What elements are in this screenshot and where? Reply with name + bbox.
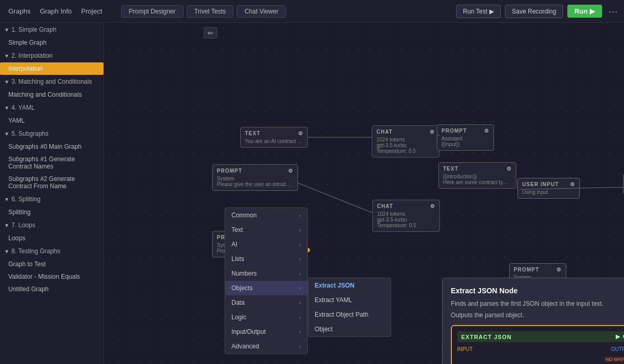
context-menu: Common › Text › AI › Lists › Numbers › O…	[225, 207, 308, 354]
menu-item-ai[interactable]: AI ›	[225, 237, 307, 252]
node-prompt-top[interactable]: PROMPT⚙ Assistant{{input}}	[437, 124, 494, 151]
submenu-item-extract-json[interactable]: Extract JSON	[308, 278, 391, 293]
sidebar-item-subgraph2[interactable]: Subgraphs #2 Generate Contract From Name	[0, 173, 103, 192]
sidebar-group-matching[interactable]: ▼ 3. Matching and Conditionals	[0, 75, 103, 88]
chevron-right-icon: ›	[300, 242, 301, 248]
menu-item-numbers[interactable]: Numbers ›	[225, 266, 307, 281]
preview-title-bar: EXTRACT JSON ▶ ⚙	[457, 331, 624, 342]
group-arrow-5: ▼	[4, 131, 9, 137]
sidebar-item-loops[interactable]: Loops	[0, 232, 103, 244]
input-port-label: INPUT	[457, 346, 473, 352]
sidebar-item-graph-to-test[interactable]: Graph to Test	[0, 258, 103, 270]
sidebar-item-interpolation[interactable]: Interpolation	[0, 62, 103, 75]
sidebar-group-testing[interactable]: ▼ 8. Testing Graphs	[0, 244, 103, 258]
menu-item-input-output[interactable]: Input/Output ›	[225, 324, 307, 339]
topbar-nav: Graphs Graph Info Project	[4, 5, 107, 17]
group-arrow-8: ▼	[4, 249, 9, 254]
preview-ports: INPUT OUTPUT	[457, 346, 624, 352]
tooltip-title: Extract JSON Node	[451, 287, 624, 295]
sidebar-group-simple-graph[interactable]: ▼ 1. Simple Graph	[0, 23, 103, 36]
nav-graph-info[interactable]: Graph Info	[36, 5, 76, 17]
main-area: ▼ 1. Simple Graph Simple Graph ▼ 2. Inte…	[0, 23, 624, 364]
group-arrow-1: ▼	[4, 27, 9, 33]
sidebar-item-yaml[interactable]: YAML	[0, 114, 103, 127]
topbar-right: Run Test ▶ Save Recording Run ▶ ⋯	[456, 4, 620, 19]
group-arrow-7: ▼	[4, 223, 9, 228]
tooltip-extract-json: Extract JSON Node Finds and parses the f…	[442, 278, 624, 364]
sidebar-item-simple-graph[interactable]: Simple Graph	[0, 36, 103, 49]
group-arrow-6: ▼	[4, 197, 9, 202]
no-match-badge: NO MATCH	[604, 356, 624, 362]
submenu-item-extract-object-path[interactable]: Extract Object Path	[308, 307, 391, 322]
group-arrow-4: ▼	[4, 105, 9, 111]
group-arrow-3: ▼	[4, 79, 9, 85]
sidebar-item-subgraph1[interactable]: Subgraphs #1 Generate Contract Names	[0, 153, 103, 173]
play-icon: ▶	[489, 8, 494, 15]
run-test-button[interactable]: Run Test ▶	[456, 5, 501, 18]
sidebar-group-yaml[interactable]: ▼ 4. YAML	[0, 101, 103, 114]
more-options-button[interactable]: ⋯	[606, 4, 620, 19]
tooltip-desc2: Outputs the parsed object.	[451, 310, 624, 320]
menu-item-common[interactable]: Common ›	[225, 208, 307, 223]
node-chat-mid[interactable]: CHAT⚙ 1024 tokensgpt-3.5-turboTemperatur…	[372, 200, 440, 232]
menu-item-objects[interactable]: Objects ›	[225, 281, 307, 295]
menu-item-text[interactable]: Text ›	[225, 223, 307, 237]
topbar-tabs: Prompt Designer Trivet Tests Chat Viewer	[121, 5, 287, 18]
sidebar-group-loops[interactable]: ▼ 7. Loops	[0, 218, 103, 232]
sidebar-item-subgraph0[interactable]: Subgraphs #0 Main Graph	[0, 140, 103, 153]
sidebar-group-subgraphs[interactable]: ▼ 5. Subgraphs	[0, 127, 103, 140]
canvas[interactable]: ⇐ TEXT⚙ You are an AI contract Template …	[104, 23, 624, 364]
submenu-objects: Extract JSON Extract YAML Extract Object…	[308, 278, 391, 337]
sidebar-item-untitled[interactable]: Untitled Graph	[0, 283, 103, 295]
nav-project[interactable]: Project	[77, 5, 106, 17]
collapse-sidebar-button[interactable]: ⇐	[204, 27, 217, 38]
run-button[interactable]: Run ▶	[567, 5, 602, 18]
sidebar-item-validator[interactable]: Validator - Mission Equals	[0, 270, 103, 283]
chevron-right-icon: ›	[300, 227, 301, 233]
menu-item-lists[interactable]: Lists ›	[225, 252, 307, 266]
node-chat-1[interactable]: CHAT⚙ 1024 tokensgpt-3.5-turboTemperatur…	[372, 125, 439, 158]
sidebar-group-interpolation[interactable]: ▼ 2. Interpolation	[0, 49, 103, 62]
chevron-right-icon: ›	[300, 271, 301, 277]
sidebar-group-splitting[interactable]: ▼ 6. Splitting	[0, 192, 103, 206]
menu-item-advanced[interactable]: Advanced ›	[225, 339, 307, 354]
submenu-item-object[interactable]: Object	[308, 322, 391, 336]
tab-trivet-tests[interactable]: Trivet Tests	[187, 5, 234, 18]
submenu-item-extract-yaml[interactable]: Extract YAML	[308, 293, 391, 307]
node-text-1[interactable]: TEXT⚙ You are an AI contract Template ge…	[240, 127, 308, 148]
chevron-right-icon: ›	[300, 300, 301, 306]
tab-prompt-designer[interactable]: Prompt Designer	[121, 5, 184, 18]
chevron-right-icon: ›	[300, 344, 301, 349]
save-recording-button[interactable]: Save Recording	[505, 5, 563, 18]
node-text-center[interactable]: TEXT⚙ {{introduction}}Here are some cont…	[438, 162, 516, 189]
tooltip-preview: EXTRACT JSON ▶ ⚙ INPUT OUTPUT NO MATCH o…	[451, 325, 624, 364]
sidebar: ▼ 1. Simple Graph Simple Graph ▼ 2. Inte…	[0, 23, 104, 364]
output-port-label: OUTPUT	[611, 346, 624, 352]
topbar: Graphs Graph Info Project Prompt Designe…	[0, 0, 624, 23]
sidebar-item-splitting[interactable]: Splitting	[0, 206, 103, 218]
chevron-right-icon: ›	[300, 256, 301, 262]
menu-item-data[interactable]: Data ›	[225, 295, 307, 310]
chevron-right-icon: ›	[300, 213, 301, 218]
run-arrow-icon: ▶	[590, 7, 595, 15]
node-user-input[interactable]: USER INPUT⚙ Using input	[517, 178, 580, 199]
menu-item-logic[interactable]: Logic ›	[225, 310, 307, 324]
chevron-right-icon: ›	[300, 285, 301, 291]
tooltip-desc1: Finds and parses the first JSON object i…	[451, 299, 624, 308]
chevron-right-icon: ›	[300, 329, 301, 335]
group-arrow-2: ▼	[4, 53, 9, 59]
sidebar-item-matching[interactable]: Matching and Conditionals	[0, 88, 103, 101]
node-prompt-left[interactable]: PROMPT⚙ SystemPlease give the user an in…	[212, 164, 298, 191]
svg-line-2	[298, 183, 372, 213]
tab-chat-viewer[interactable]: Chat Viewer	[237, 5, 286, 18]
chevron-right-icon: ›	[300, 315, 301, 320]
nav-graphs[interactable]: Graphs	[4, 5, 35, 17]
